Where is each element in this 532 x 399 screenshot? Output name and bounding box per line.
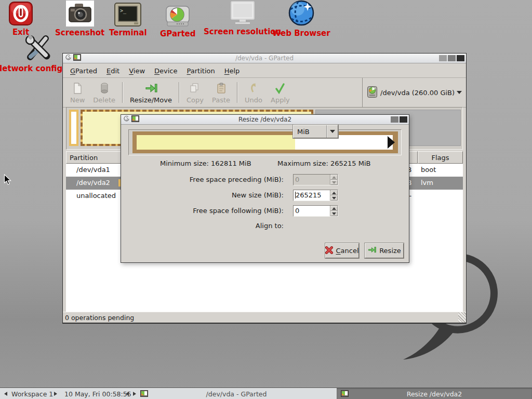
device-disk-icon [367,86,377,99]
menu-edit[interactable]: Edit [102,64,124,77]
resize-button[interactable]: Resize [365,243,404,258]
menu-help[interactable]: Help [220,64,245,77]
camera-icon [66,1,94,26]
monitor-icon [229,1,256,25]
toolbar-separator [179,82,180,103]
desktop-icon-web-browser[interactable]: Web Browser [272,0,330,38]
new-button[interactable]: New [66,81,89,104]
desktop-icon-label: Screenshot [55,28,104,37]
menu-view[interactable]: View [124,64,150,77]
desktop-icon-label: Terminal [109,28,147,37]
new-size-label: New size (MiB): [131,190,284,201]
dialog-close-button[interactable] [400,116,407,123]
copy-icon [189,82,201,96]
pending-operations-text: 0 operations pending [65,314,134,322]
menu-gparted[interactable]: GParted [65,64,102,77]
spin-down-button[interactable] [330,211,338,216]
desktop-icon-label: Screen resolution [204,27,281,36]
gparted-app-icon [341,390,349,398]
align-to-combo[interactable]: MiB [293,125,338,138]
cancel-button[interactable]: Cancel [325,243,359,258]
desktop-icon-network-config[interactable]: Network config [4,34,54,73]
desktop-icon-exit[interactable]: Exit [9,2,33,37]
undo-icon [247,82,260,96]
spin-down-button [330,180,338,185]
device-dropdown-arrow[interactable] [457,91,462,94]
maximum-size-label: Maximum size: 265215 MiB [277,159,370,167]
spin-down-button[interactable] [330,195,338,201]
minimize-button[interactable] [439,55,447,61]
dialog-maximize-button[interactable] [391,116,398,123]
spin-up-button[interactable] [330,206,338,211]
free-space-following-field[interactable]: 0 [293,205,338,217]
disk-pie-icon [165,5,191,28]
desktop-icon-label: GParted [160,29,196,38]
taskbar-task-gparted[interactable]: /dev/vda - GParted [136,388,337,399]
taskbar: Workspace 1 10 May, Fri 00:58:55 /dev/vd… [0,388,532,399]
apply-check-icon [274,82,286,96]
svg-text:>_: >_ [120,8,127,14]
cancel-x-icon [325,246,333,256]
device-selector[interactable]: /dev/vda (260.00 GiB) [362,78,466,107]
device-label: /dev/vda (260.00 GiB) [380,89,455,97]
desktop: Exit Screenshot >_ Terminal [0,0,532,399]
maximize-button[interactable] [448,55,456,61]
taskbar-task-resize-dialog[interactable]: Resize /dev/vda2 [337,388,532,399]
toolbar-separator [122,82,123,103]
new-size-field[interactable]: 265215 [293,190,338,201]
desktop-icon-screenshot[interactable]: Screenshot [55,1,104,37]
apply-button[interactable]: Apply [267,81,294,104]
resize-move-icon [145,82,157,96]
resize-move-button[interactable]: Resize/Move [126,81,176,104]
menu-partition[interactable]: Partition [182,64,220,77]
resize-dialog: Resize /dev/vda2 Minimum size: 162811 Mi… [121,114,409,263]
clock: 10 May, Fri 00:58:55 [64,388,131,399]
free-space-preceding-label: Free space preceding (MiB): [131,174,284,185]
paste-icon [215,82,228,96]
main-titlebar[interactable]: /dev/vda - GParted [63,54,466,63]
workspace-next-arrow[interactable] [54,388,57,399]
statusbar: 0 operations pending [63,312,466,323]
paste-button[interactable]: Paste [208,81,234,104]
gparted-app-icon [140,390,148,398]
copy-button[interactable]: Copy [182,81,208,104]
undo-button[interactable]: Undo [241,81,267,104]
terminal-icon: >_ [114,3,141,26]
menubar: GParted Edit View Device Partition Help [63,64,466,78]
resize-slider-right-handle[interactable] [388,136,395,149]
main-window-title: /dev/vda - GParted [63,55,466,62]
desktop-icon-screen-resolution[interactable]: Screen resolution [204,1,281,36]
power-icon [9,2,33,26]
delete-button[interactable]: Delete [89,81,119,104]
globe-icon [287,0,315,27]
dialog-titlebar[interactable]: Resize /dev/vda2 [121,115,409,125]
desktop-icon-label: Network config [0,64,62,73]
mouse-cursor [4,174,12,187]
workspace-prev-arrow[interactable] [4,388,7,399]
window-prev-arrow[interactable] [126,388,129,399]
resize-arrow-icon [367,246,377,256]
dialog-title: Resize /dev/vda2 [121,116,409,123]
free-space-following-label: Free space following (MiB): [131,205,284,217]
partition-segment-vda1[interactable] [69,110,78,146]
workspace-label: Workspace 1 [11,388,53,399]
delete-partition-icon [98,82,111,96]
column-header-flags[interactable]: Flags [418,151,463,164]
spin-up-button [330,175,338,180]
align-to-label: Align to: [131,220,284,232]
align-to-value: MiB [294,128,326,136]
desktop-icon-label: Web Browser [272,29,330,38]
combo-dropdown-arrow [326,125,338,138]
resize-grip[interactable] [458,312,466,323]
menu-device[interactable]: Device [150,64,182,77]
close-button[interactable] [457,55,464,61]
toolbar: New Delete Resize/Move Copy [63,78,466,108]
spin-up-button[interactable] [330,190,338,195]
tools-icon [23,34,53,62]
toolbar-separator [237,82,238,103]
new-partition-icon [71,82,84,96]
desktop-icon-terminal[interactable]: >_ Terminal [109,3,147,37]
desktop-icon-gparted[interactable]: GParted [160,5,196,38]
resize-slider[interactable] [128,129,402,155]
resize-slider-used-space [137,135,295,150]
